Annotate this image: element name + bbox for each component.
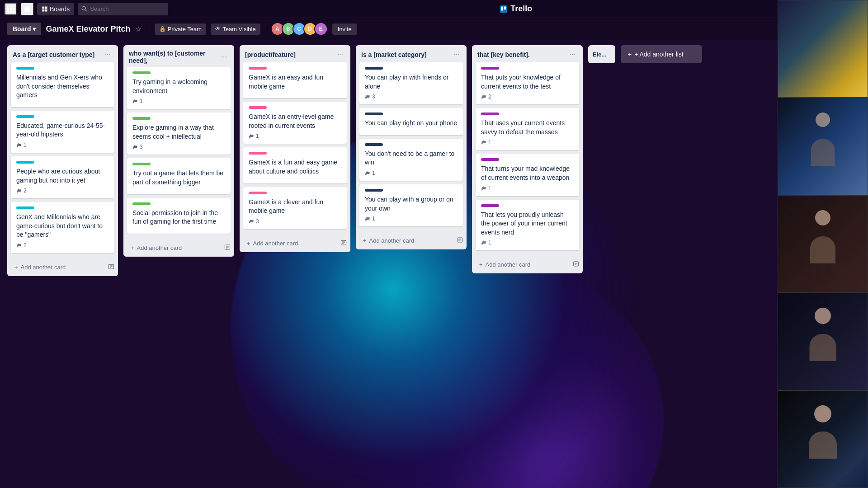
card-col2-3[interactable]: Social permission to join in the fun of … (127, 198, 231, 234)
partial-column-title: Ele... (593, 51, 606, 58)
svg-rect-1 (10, 5, 12, 7)
card-text-col4-1: You can play right on your phone (365, 119, 458, 128)
card-col1-0[interactable]: Millennials and Gen X-ers who don't cons… (11, 62, 114, 107)
video-tile-v1[interactable] (778, 0, 868, 98)
card-col2-2[interactable]: Try out a game that lets them be part of… (127, 158, 231, 194)
card-col3-2[interactable]: GameX is a fun and easy game about cultu… (243, 147, 347, 183)
card-text-col3-3: GameX is a clever and fun mobile game (249, 198, 341, 216)
topbar-left: Boards (5, 3, 168, 15)
add-card-button-col5[interactable]: + Add another card (474, 258, 571, 272)
star-icon[interactable]: ☆ (135, 25, 142, 33)
video-tile-v3[interactable] (778, 195, 868, 293)
card-col4-2[interactable]: You don't need to be a gamer to win 1 (359, 139, 463, 181)
column-menu-button-col3[interactable]: ··· (335, 50, 345, 60)
column-menu-button-col4[interactable]: ··· (452, 50, 461, 60)
card-footer-col4-2: 1 (365, 170, 458, 176)
card-likes-col4-2: 1 (365, 170, 375, 176)
svg-line-14 (85, 9, 87, 11)
svg-rect-3 (7, 8, 9, 10)
card-capture-button-col2[interactable] (222, 242, 232, 253)
card-col5-0[interactable]: That puts your knowledge of current even… (476, 62, 579, 104)
card-col4-3[interactable]: You can play with a group or on your own… (359, 184, 463, 226)
team-visible-button[interactable]: 👁 Team Visible (211, 23, 260, 35)
card-footer-col2-0: 1 (132, 98, 225, 104)
card-label-col1-0 (16, 67, 34, 70)
column-header-col1: As a [target customer type] ··· (7, 45, 118, 62)
boards-button[interactable]: Boards (37, 3, 74, 15)
card-capture-button-col4[interactable] (455, 235, 465, 246)
card-text-col1-3: GenX and Millennials who are game-curiou… (16, 213, 109, 239)
card-capture-button-col5[interactable] (571, 259, 581, 270)
card-col5-2[interactable]: That turns your mad knowledge of current… (476, 154, 579, 196)
column-header-col3: [product/feature] ··· (240, 45, 350, 62)
card-text-col2-1: Explore gaming in a way that seems cool … (132, 123, 225, 141)
private-team-button[interactable]: 🔒 Private Team (155, 23, 207, 35)
card-label-col5-2 (481, 158, 499, 161)
avatars-group: A B C D E (274, 22, 328, 36)
avatar-5[interactable]: E (314, 22, 328, 36)
card-col1-3[interactable]: GenX and Millennials who are game-curiou… (11, 202, 114, 253)
card-text-col2-0: Try gaming in a welcoming environment (132, 78, 225, 95)
card-footer-col2-1: 3 (132, 144, 225, 150)
svg-rect-4 (10, 8, 12, 10)
add-card-area-col5: + Add another card (472, 258, 583, 273)
trello-logo: Trello (500, 4, 532, 14)
add-column-button[interactable]: ++ Add another list (621, 45, 702, 63)
card-col2-0[interactable]: Try gaming in a welcoming environment 1 (127, 67, 231, 109)
card-col5-1[interactable]: That uses your current events savvy to d… (476, 108, 579, 150)
add-card-button-col4[interactable]: + Add another card (358, 234, 455, 248)
grid-menu-button[interactable] (5, 3, 17, 15)
add-card-area-col4: + Add another card (356, 234, 467, 249)
card-footer-col1-1: 1 (16, 142, 109, 148)
svg-rect-10 (45, 6, 47, 9)
svg-rect-15 (500, 5, 507, 12)
add-card-button-col3[interactable]: + Add another card (241, 236, 339, 250)
search-bar[interactable] (78, 3, 168, 15)
column-menu-button-col2[interactable]: ··· (219, 52, 229, 62)
board-area: As a [target customer type] ··· Millenni… (0, 40, 868, 488)
add-card-button-col1[interactable]: + Add another card (9, 260, 106, 274)
video-tile-v2[interactable] (778, 98, 868, 195)
card-footer-col4-0: 3 (365, 94, 458, 100)
add-card-button-col2[interactable]: + Add another card (125, 241, 222, 255)
svg-rect-9 (42, 6, 44, 9)
home-button[interactable] (21, 3, 33, 15)
card-col4-1[interactable]: You can play right on your phone (359, 108, 463, 135)
invite-button[interactable]: Invite (332, 23, 357, 35)
column-title-col3: [product/feature] (245, 51, 335, 58)
video-tile-v5[interactable] (778, 390, 868, 488)
card-label-col4-3 (365, 189, 383, 192)
card-col3-1[interactable]: GameX is an entry-level game rooted in c… (243, 102, 347, 144)
column-menu-button-col1[interactable]: ··· (103, 50, 113, 60)
column-title-col2: who want(s) to [customer need], (129, 50, 219, 64)
board-dropdown-button[interactable]: Board ▾ (7, 23, 41, 35)
card-col5-3[interactable]: That lets you proudly unleash the power … (476, 200, 579, 251)
card-text-col1-0: Millennials and Gen X-ers who don't cons… (16, 73, 109, 100)
card-capture-button-col1[interactable] (106, 262, 116, 273)
globe-icon: 👁 (215, 26, 221, 32)
column-menu-button-col5[interactable]: ··· (568, 50, 577, 60)
card-footer-col5-3: 1 (481, 239, 574, 246)
card-col4-0[interactable]: You can play in with friends or alone 3 (359, 62, 463, 104)
lock-icon: 🔒 (159, 26, 166, 32)
card-label-col2-0 (132, 71, 151, 74)
card-likes-col5-2: 1 (481, 185, 491, 192)
video-tile-v4[interactable] (778, 293, 868, 390)
svg-rect-11 (42, 9, 44, 11)
cards-container-col4: You can play in with friends or alone 3 … (356, 62, 467, 234)
add-card-area-col3: + Add another card (240, 236, 350, 252)
add-card-area-col1: + Add another card (7, 260, 118, 276)
svg-rect-12 (45, 9, 47, 11)
header-divider2 (267, 23, 267, 34)
card-col1-2[interactable]: People who are curious about gaming but … (11, 156, 114, 198)
card-capture-button-col3[interactable] (339, 238, 349, 249)
card-likes-col3-1: 1 (249, 133, 259, 139)
card-col1-1[interactable]: Educated, game-curious 24-55-year-old hi… (11, 111, 114, 153)
card-col3-0[interactable]: GameX is an easy and fun mobile game (243, 62, 347, 98)
search-input[interactable] (90, 5, 158, 12)
card-label-col1-1 (16, 115, 34, 118)
card-col3-3[interactable]: GameX is a clever and fun mobile game 3 (243, 187, 347, 229)
card-footer-col5-0: 2 (481, 94, 574, 100)
card-col2-1[interactable]: Explore gaming in a way that seems cool … (127, 113, 231, 155)
card-footer-col3-3: 3 (249, 218, 341, 225)
